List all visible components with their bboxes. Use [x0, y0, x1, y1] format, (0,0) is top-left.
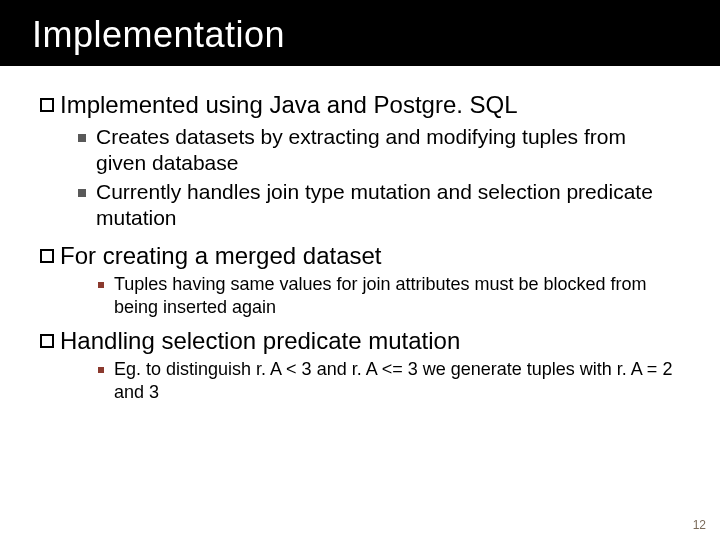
subsub-list: Tuples having same values for join attri…: [98, 273, 680, 318]
subsub-list: Eg. to distinguish r. A < 3 and r. A <= …: [98, 358, 680, 403]
content-area: Implemented using Java and Postgre. SQL …: [0, 66, 720, 403]
list-item-text: Tuples having same values for join attri…: [114, 273, 680, 318]
sub-list: Creates datasets by extracting and modif…: [78, 124, 680, 231]
heading-row: Implemented using Java and Postgre. SQL: [40, 90, 680, 120]
list-item-text: Creates datasets by extracting and modif…: [96, 124, 680, 177]
hollow-square-icon: [40, 98, 54, 112]
list-item: Tuples having same values for join attri…: [98, 273, 680, 318]
heading-row: For creating a merged dataset: [40, 241, 680, 271]
square-bullet-icon: [78, 189, 86, 197]
small-square-bullet-icon: [98, 367, 104, 373]
list-item: Currently handles join type mutation and…: [78, 179, 680, 232]
list-item: Eg. to distinguish r. A < 3 and r. A <= …: [98, 358, 680, 403]
heading-row: Handling selection predicate mutation: [40, 326, 680, 356]
heading-text: For creating a merged dataset: [60, 241, 382, 271]
slide-title: Implementation: [32, 14, 720, 56]
hollow-square-icon: [40, 334, 54, 348]
hollow-square-icon: [40, 249, 54, 263]
page-number: 12: [693, 518, 706, 532]
title-band: Implementation: [0, 0, 720, 64]
small-square-bullet-icon: [98, 282, 104, 288]
list-item-text: Eg. to distinguish r. A < 3 and r. A <= …: [114, 358, 680, 403]
list-item: Creates datasets by extracting and modif…: [78, 124, 680, 177]
heading-text: Implemented using Java and Postgre. SQL: [60, 90, 518, 120]
heading-text: Handling selection predicate mutation: [60, 326, 460, 356]
list-item-text: Currently handles join type mutation and…: [96, 179, 680, 232]
square-bullet-icon: [78, 134, 86, 142]
